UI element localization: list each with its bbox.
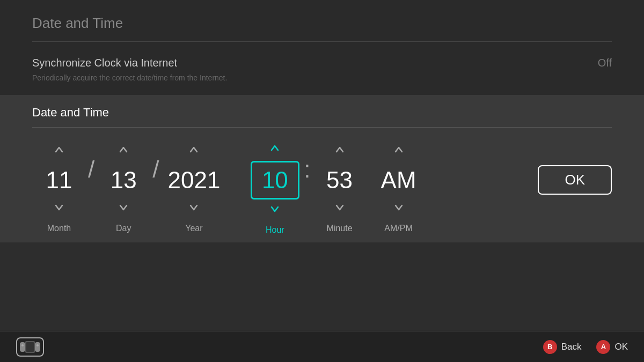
- day-up-button[interactable]: [108, 140, 138, 162]
- section-title: Date and Time: [32, 106, 612, 120]
- back-label: Back: [561, 342, 582, 352]
- ampm-down-button[interactable]: [384, 198, 414, 220]
- bottom-actions: B Back A OK: [543, 340, 628, 354]
- switch-console-icon: [16, 337, 44, 357]
- top-section: Date and Time Synchronize Clock via Inte…: [0, 0, 644, 95]
- month-value: 11: [38, 162, 80, 198]
- ok-bottom-label: OK: [614, 342, 628, 352]
- date-separator: /: [86, 156, 97, 203]
- svg-point-5: [36, 344, 39, 346]
- minute-value: 53: [318, 162, 361, 198]
- sync-value: Off: [598, 57, 612, 69]
- day-down-button[interactable]: [108, 198, 138, 220]
- page-title: Date and Time: [32, 15, 612, 32]
- picker-col-minute: 53 Minute: [313, 140, 367, 235]
- ampm-up-button[interactable]: [384, 140, 414, 162]
- minute-down-button[interactable]: [325, 198, 355, 220]
- ampm-value: AM: [375, 162, 423, 198]
- svg-point-4: [21, 344, 24, 346]
- day-label: Day: [116, 224, 131, 233]
- ok-button-wrap: OK: [538, 165, 612, 211]
- a-button[interactable]: A: [596, 340, 610, 354]
- date-separator: /: [150, 156, 161, 203]
- year-up-button[interactable]: [179, 140, 209, 162]
- hour-up-button[interactable]: [260, 138, 290, 161]
- b-button[interactable]: B: [543, 340, 557, 354]
- svg-rect-3: [26, 342, 34, 352]
- picker-col-ampm: AM AM/PM: [372, 140, 426, 235]
- date-time-section: Date and Time 11 Month/ 13 Day/ 2021 Yea…: [0, 95, 644, 242]
- year-label: Year: [185, 224, 202, 233]
- back-action[interactable]: B Back: [543, 340, 582, 354]
- svg-rect-0: [20, 342, 25, 352]
- year-value: 2021: [161, 162, 226, 198]
- picker-area: 11 Month/ 13 Day/ 2021 Year 10 Hour: 53 …: [32, 128, 612, 242]
- picker-col-month: 11 Month: [32, 140, 86, 235]
- sync-description: Periodically acquire the correct date/ti…: [32, 73, 612, 82]
- minute-up-button[interactable]: [325, 140, 355, 162]
- hour-value: 10: [251, 161, 299, 200]
- bottom-bar: B Back A OK: [0, 331, 644, 362]
- month-up-button[interactable]: [44, 140, 74, 162]
- month-down-button[interactable]: [44, 198, 74, 220]
- ok-action[interactable]: A OK: [596, 340, 628, 354]
- hour-label: Hour: [266, 225, 284, 235]
- time-separator: :: [302, 156, 312, 203]
- ampm-label: AM/PM: [384, 224, 412, 233]
- svg-rect-1: [35, 342, 40, 352]
- sync-label: Synchronize Clock via Internet: [32, 57, 177, 69]
- hour-down-button[interactable]: [260, 200, 290, 222]
- month-label: Month: [47, 224, 71, 233]
- ok-button[interactable]: OK: [538, 165, 612, 195]
- day-value: 13: [102, 162, 145, 198]
- top-divider: [32, 41, 612, 42]
- picker-col-year: 2021 Year: [161, 140, 226, 235]
- minute-label: Minute: [327, 224, 353, 233]
- sync-row: Synchronize Clock via Internet Off: [32, 57, 612, 69]
- picker-col-day: 13 Day: [97, 140, 150, 235]
- picker-col-hour: 10 Hour: [248, 138, 302, 237]
- year-down-button[interactable]: [179, 198, 209, 220]
